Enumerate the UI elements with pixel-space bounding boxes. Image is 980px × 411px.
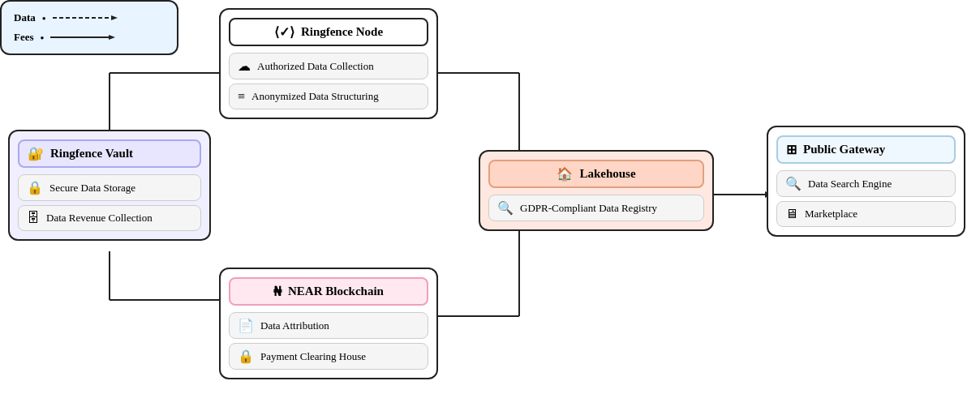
near-item-2: 🔒 Payment Clearing House [229, 343, 428, 370]
gateway-label: Public Gateway [803, 143, 885, 156]
diagram-container: ⟨✓⟩ Ringfence Node ☁ Authorized Data Col… [0, 0, 980, 411]
vault-title: 🔐 Ringfence Vault [18, 139, 201, 168]
payment-icon: 🔒 [238, 349, 254, 364]
vault-node: 🔐 Ringfence Vault 🔒 Secure Data Storage … [8, 130, 211, 241]
secure-storage-icon: 🔒 [27, 180, 43, 195]
ringfence-node-icon: ⟨✓⟩ [274, 24, 294, 40]
legend-fees-label: Fees [14, 31, 34, 44]
gdpr-label: GDPR-Compliant Data Registry [520, 202, 657, 215]
payment-label: Payment Clearing House [260, 350, 366, 363]
svg-marker-13 [109, 35, 115, 40]
gateway-title: ⊞ Public Gateway [776, 135, 956, 164]
legend-dot-data: ● [42, 15, 46, 22]
lakehouse-title: 🏠 Lakehouse [488, 160, 704, 188]
dashed-line-svg [53, 14, 126, 22]
marketplace-icon: 🖥 [785, 207, 798, 221]
legend-data: Data ● [14, 11, 165, 24]
vault-item-2: 🗄 Data Revenue Collection [18, 205, 201, 231]
search-engine-label: Data Search Engine [808, 178, 892, 191]
search-engine-icon: 🔍 [785, 176, 802, 191]
data-attribution-label: Data Attribution [260, 319, 329, 332]
authorized-data-label: Authorized Data Collection [257, 60, 374, 73]
secure-storage-label: Secure Data Storage [49, 182, 135, 195]
gateway-item-1: 🔍 Data Search Engine [776, 170, 956, 197]
near-label: NEAR Blockchain [288, 285, 384, 298]
vault-icon: 🔐 [28, 146, 44, 161]
lakehouse-icon: 🏠 [557, 166, 573, 182]
vault-label: Ringfence Vault [50, 147, 133, 161]
near-item-1: 📄 Data Attribution [229, 312, 428, 339]
ringfence-node: ⟨✓⟩ Ringfence Node ☁ Authorized Data Col… [219, 8, 438, 119]
anonymized-data-icon: ≡ [238, 89, 245, 104]
ringfence-node-item-2: ≡ Anonymized Data Structuring [229, 83, 428, 109]
near-node: ₦ NEAR Blockchain 📄 Data Attribution 🔒 P… [219, 268, 438, 379]
ringfence-node-label: Ringfence Node [301, 25, 383, 39]
ringfence-node-item-1: ☁ Authorized Data Collection [229, 53, 428, 79]
anonymized-data-label: Anonymized Data Structuring [251, 90, 379, 103]
gdpr-icon: 🔍 [497, 200, 514, 216]
legend-data-label: Data [14, 11, 36, 24]
legend-dot-fees: ● [41, 34, 45, 41]
marketplace-label: Marketplace [805, 208, 858, 220]
solid-line-svg [50, 33, 123, 41]
lakehouse-node: 🏠 Lakehouse 🔍 GDPR-Compliant Data Regist… [479, 150, 714, 231]
authorized-data-icon: ☁ [238, 58, 251, 74]
gateway-node: ⊞ Public Gateway 🔍 Data Search Engine 🖥 … [767, 126, 965, 237]
ringfence-node-title: ⟨✓⟩ Ringfence Node [229, 18, 428, 46]
gateway-icon: ⊞ [786, 142, 797, 157]
data-revenue-icon: 🗄 [27, 211, 40, 225]
lakehouse-item-1: 🔍 GDPR-Compliant Data Registry [488, 195, 704, 221]
legend: Data ● Fees ● [0, 0, 178, 55]
svg-marker-11 [111, 15, 118, 20]
lakehouse-label: Lakehouse [579, 167, 635, 181]
near-icon: ₦ [273, 284, 282, 299]
near-title: ₦ NEAR Blockchain [229, 277, 428, 306]
data-attribution-icon: 📄 [238, 318, 254, 333]
legend-fees: Fees ● [14, 31, 165, 44]
gateway-item-2: 🖥 Marketplace [776, 201, 956, 227]
data-revenue-label: Data Revenue Collection [46, 212, 153, 225]
vault-item-1: 🔒 Secure Data Storage [18, 174, 201, 201]
